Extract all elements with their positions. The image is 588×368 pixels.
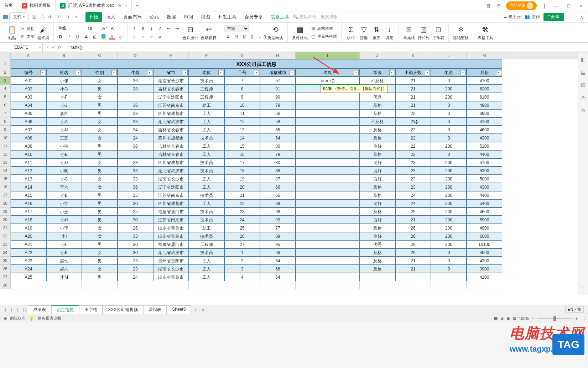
percent-icon[interactable]: % (233, 33, 240, 41)
data-cell[interactable]: 4600 (467, 126, 502, 134)
row-header-15[interactable]: 15 (0, 175, 11, 183)
header-cell-0[interactable]: 编号▾ (11, 68, 46, 77)
col-header-L[interactable]: L (431, 52, 467, 59)
empty-cell[interactable] (224, 281, 260, 289)
data-cell[interactable]: 21 (395, 101, 431, 109)
data-cell[interactable]: 21 (395, 216, 431, 224)
data-cell[interactable]: 80 (260, 158, 296, 167)
data-cell[interactable]: 小明 (46, 167, 82, 175)
menu-tab-2[interactable]: 页面布局 (120, 12, 145, 22)
data-cell[interactable]: 小J (46, 101, 82, 109)
underline-button[interactable]: U (74, 33, 82, 41)
sheet-tab-5[interactable]: Sheet5 (167, 305, 191, 314)
data-cell[interactable]: 小K (46, 248, 82, 257)
data-cell[interactable]: 李四 (46, 109, 82, 117)
data-cell[interactable]: 4900 (467, 101, 502, 109)
data-cell[interactable]: 江苏省南京市 (153, 101, 189, 109)
data-cell[interactable]: A19 (11, 224, 46, 232)
data-cell[interactable]: 四川省成都市 (153, 134, 189, 142)
data-cell[interactable]: 湖北省武汉市 (153, 248, 189, 257)
cloud-status[interactable]: ☁ 未上云 (503, 14, 521, 20)
data-cell[interactable]: 李六 (46, 183, 82, 191)
active-cell[interactable]: =rank() (296, 77, 360, 85)
file-tab[interactable]: S [只读]WPS表格教程.xlsx ⊘ × (56, 0, 132, 11)
menu-tab-4[interactable]: 数据 (163, 12, 179, 22)
data-cell[interactable]: 0 (431, 257, 467, 265)
data-cell[interactable] (296, 158, 360, 167)
data-cell[interactable]: A20 (11, 232, 46, 240)
data-cell[interactable]: 四川省成都市 (153, 158, 189, 167)
row-header-19[interactable]: 19 (0, 207, 11, 216)
data-cell[interactable]: 21 (395, 77, 431, 85)
data-cell[interactable] (296, 109, 360, 117)
data-cell[interactable]: 22 (395, 126, 431, 134)
data-cell[interactable]: A14 (11, 183, 46, 191)
data-cell[interactable]: 女 (82, 126, 118, 134)
data-cell[interactable]: 工人 (189, 175, 224, 183)
data-cell[interactable]: 22 (224, 199, 260, 207)
data-cell[interactable]: 200 (431, 216, 467, 224)
filter-button[interactable]: ▾ (354, 70, 359, 75)
data-cell[interactable]: A02 (11, 85, 46, 93)
data-cell[interactable]: 湖北省武汉市 (153, 117, 189, 126)
data-cell[interactable]: 及格 (360, 257, 395, 265)
data-cell[interactable]: 及格 (360, 109, 395, 117)
data-cell[interactable]: 良好 (360, 199, 395, 207)
data-cell[interactable]: 95 (260, 240, 296, 248)
data-cell[interactable]: 15 (224, 142, 260, 150)
data-cell[interactable] (296, 232, 360, 240)
data-cell[interactable]: 湖南省长沙市 (153, 265, 189, 273)
data-cell[interactable]: 200 (431, 167, 467, 175)
empty-cell[interactable] (395, 281, 431, 289)
data-cell[interactable] (296, 167, 360, 175)
zoom-out-button[interactable]: − (532, 316, 534, 321)
data-cell[interactable]: 工人 (189, 257, 224, 265)
merge-center-button[interactable]: ⊟合并居中 (181, 25, 199, 41)
data-cell[interactable] (296, 248, 360, 257)
data-cell[interactable]: 小G (46, 85, 82, 93)
data-cell[interactable]: 25 (395, 207, 431, 216)
filter-button[interactable]: ▾ (218, 70, 223, 75)
data-cell[interactable]: 6000 (467, 232, 502, 240)
data-cell[interactable]: 200 (431, 183, 467, 191)
data-cell[interactable] (296, 199, 360, 207)
row-header-24[interactable]: 24 (0, 248, 11, 257)
data-cell[interactable]: 男 (82, 199, 118, 207)
data-cell[interactable] (296, 134, 360, 142)
search-box[interactable]: 🔍 查找命令、搜索模板 (293, 14, 338, 20)
data-cell[interactable]: 11 (224, 109, 260, 117)
data-cell[interactable]: 及格 (360, 248, 395, 257)
data-cell[interactable] (296, 224, 360, 232)
data-cell[interactable]: 优秀 (360, 240, 395, 248)
data-cell[interactable]: 福建省厦门市 (153, 240, 189, 248)
sheet-tab-1[interactable]: 员工信息 (51, 305, 79, 314)
data-cell[interactable]: 13 (224, 126, 260, 134)
data-cell[interactable]: 4400 (467, 191, 502, 199)
empty-cell[interactable] (296, 281, 360, 289)
data-cell[interactable]: 36 (118, 101, 153, 109)
row-header-11[interactable]: 11 (0, 142, 11, 150)
data-cell[interactable]: 33 (118, 167, 153, 175)
data-cell[interactable]: 66 (260, 183, 296, 191)
data-cell[interactable]: 技术员 (189, 158, 224, 167)
data-cell[interactable]: 小L (46, 240, 82, 248)
data-cell[interactable]: 25 (118, 207, 153, 216)
col-header-K[interactable]: K (395, 52, 431, 59)
data-cell[interactable]: 66 (260, 265, 296, 273)
data-cell[interactable]: 及格 (360, 126, 395, 134)
data-cell[interactable]: A24 (11, 265, 46, 273)
data-cell[interactable] (296, 142, 360, 150)
data-cell[interactable]: 23 (395, 158, 431, 167)
data-cell[interactable]: 江苏省南京市 (153, 191, 189, 199)
font-name-select[interactable] (57, 25, 85, 32)
data-cell[interactable]: 21 (395, 85, 431, 93)
data-cell[interactable]: 工人 (189, 265, 224, 273)
data-cell[interactable]: 男 (82, 85, 118, 93)
col-header-B[interactable]: B (46, 52, 82, 59)
data-cell[interactable]: A22 (11, 248, 46, 257)
data-cell[interactable]: 辽宁省沈阳市 (153, 93, 189, 101)
side-style-icon[interactable]: ◧ (580, 56, 587, 63)
data-cell[interactable]: 0 (431, 134, 467, 142)
menu-tab-6[interactable]: 视图 (197, 12, 214, 22)
view-pagebreak-icon[interactable]: ⊡ (513, 316, 516, 321)
